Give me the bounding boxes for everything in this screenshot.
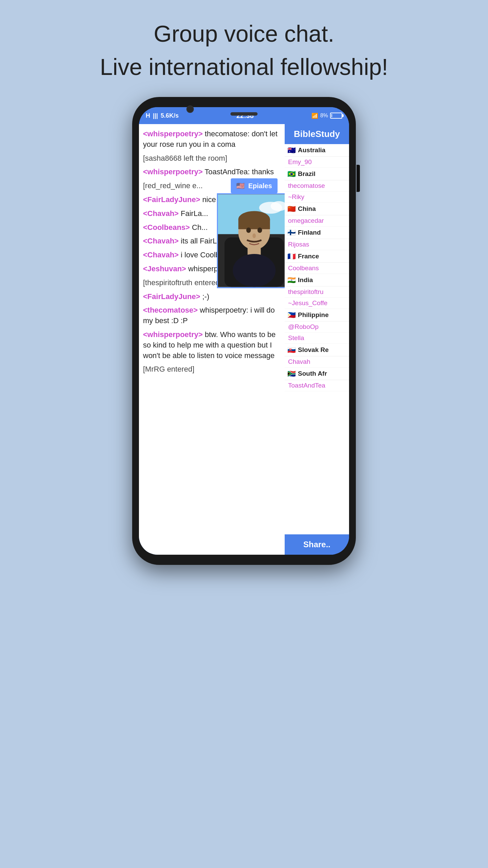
battery-pct-label: 8% bbox=[320, 113, 328, 119]
status-right: 📶 8% bbox=[311, 113, 342, 119]
sidebar-country-china: 🇨🇳 China bbox=[285, 203, 349, 215]
svg-point-8 bbox=[246, 228, 251, 233]
carrier-label: H bbox=[146, 112, 150, 119]
chat-text: ToastAndTea: thanks bbox=[205, 167, 274, 176]
signal-bars-icon: ||| bbox=[153, 112, 158, 119]
sidebar-user-rijosas[interactable]: Rijosas bbox=[285, 239, 349, 250]
country-name: Slovak Re bbox=[298, 346, 329, 354]
sidebar-country-australia: 🇦🇺 Australia bbox=[285, 144, 349, 157]
popup-username: Epiales bbox=[248, 181, 272, 191]
svg-rect-7 bbox=[238, 219, 270, 229]
battery-icon bbox=[330, 113, 342, 119]
sidebar-country-south-africa: 🇿🇦 South Afr bbox=[285, 368, 349, 380]
page-title-line1: Group voice chat. bbox=[100, 20, 388, 47]
chat-main[interactable]: <whisperpoetry> thecomatose: don't let y… bbox=[139, 124, 285, 555]
svg-point-10 bbox=[252, 234, 256, 238]
chat-username: <FairLadyJune> bbox=[143, 292, 200, 301]
country-name: China bbox=[298, 205, 316, 213]
page-title-line2: Live international fellowship! bbox=[100, 54, 388, 80]
country-name: Australia bbox=[298, 146, 325, 154]
sidebar-user-chavah[interactable]: Chavah bbox=[285, 356, 349, 368]
page-title-area: Group voice chat. Live international fel… bbox=[100, 20, 388, 80]
sidebar-user-riky[interactable]: ~Riky bbox=[285, 192, 349, 203]
list-item: [MrRG entered] bbox=[143, 364, 281, 375]
user-popup[interactable]: 🇺🇸 Epiales bbox=[217, 178, 285, 288]
chat-username: <whisperpoetry> bbox=[143, 330, 203, 339]
status-time: 22:38 bbox=[236, 112, 253, 120]
phone-camera bbox=[186, 105, 194, 113]
flag-finland: 🇫🇮 bbox=[287, 229, 296, 237]
sidebar-country-slovakia: 🇸🇰 Slovak Re bbox=[285, 344, 349, 356]
sidebar-country-philippines: 🇵🇭 Philippine bbox=[285, 309, 349, 321]
sidebar-user-roboop[interactable]: @RoboOp bbox=[285, 321, 349, 333]
chat-username: <whisperpoetry> bbox=[143, 167, 203, 176]
chat-username: <Coolbeans> bbox=[143, 223, 190, 232]
sidebar-user-omegacedar[interactable]: omegacedar bbox=[285, 215, 349, 226]
sidebar-user-stella[interactable]: Stella bbox=[285, 333, 349, 344]
flag-india: 🇮🇳 bbox=[287, 276, 296, 284]
chat-container: <whisperpoetry> thecomatose: don't let y… bbox=[139, 124, 349, 555]
country-name: India bbox=[298, 276, 313, 284]
country-name: Philippine bbox=[298, 311, 329, 319]
flag-brazil: 🇧🇷 bbox=[287, 170, 296, 178]
flag-slovakia: 🇸🇰 bbox=[287, 346, 296, 354]
svg-point-9 bbox=[258, 228, 262, 233]
sidebar-country-india: 🇮🇳 India bbox=[285, 274, 349, 287]
chat-system: [red_red_wine e... bbox=[143, 181, 203, 190]
popup-label: 🇺🇸 Epiales bbox=[231, 178, 277, 193]
chat-username: <whisperpoetry> bbox=[143, 130, 203, 138]
status-bar: H ||| 5.6K/s 22:38 📶 8% bbox=[139, 107, 349, 124]
sidebar-section: 🇦🇺 Australia Emy_90 🇧🇷 Brazil thecomatos… bbox=[285, 144, 349, 534]
country-name: South Afr bbox=[298, 370, 327, 377]
chat-system: [MrRG entered] bbox=[143, 365, 195, 373]
country-name: France bbox=[298, 253, 319, 260]
sidebar-country-finland: 🇫🇮 Finland bbox=[285, 226, 349, 239]
chat-username: <Chavah> bbox=[143, 237, 179, 245]
sidebar-title: BibleStudy bbox=[285, 124, 349, 144]
sidebar-user-emy90[interactable]: Emy_90 bbox=[285, 157, 349, 168]
sidebar-country-brazil: 🇧🇷 Brazil bbox=[285, 168, 349, 180]
chat-system: [thespiritoftruth entered] bbox=[143, 278, 222, 287]
list-item: <FairLadyJune> ;-) bbox=[143, 292, 281, 302]
chat-username: <Chavah> bbox=[143, 209, 179, 218]
phone-frame: H ||| 5.6K/s 22:38 📶 8% <whisperpoetry> bbox=[132, 97, 356, 565]
avatar-image bbox=[218, 193, 285, 288]
flag-australia: 🇦🇺 bbox=[287, 146, 296, 154]
list-item: <whisperpoetry> btw. Who wants to be so … bbox=[143, 330, 281, 361]
country-name: Finland bbox=[298, 229, 321, 236]
country-name: Brazil bbox=[298, 170, 316, 178]
chat-username: <Jeshuvan> bbox=[143, 264, 186, 273]
chat-username: <FairLadyJune> bbox=[143, 195, 200, 204]
list-item: <whisperpoetry> ToastAndTea: thanks bbox=[143, 167, 281, 177]
list-item: <whisperpoetry> thecomatose: don't let y… bbox=[143, 129, 281, 150]
chat-text: Ch... bbox=[192, 223, 207, 232]
wifi-icon: 📶 bbox=[311, 113, 318, 119]
svg-point-12 bbox=[233, 254, 276, 287]
list-item: <thecomatose> whisperpoetry: i will do m… bbox=[143, 305, 281, 326]
chat-system: [sasha8668 left the room] bbox=[143, 154, 227, 162]
sidebar-user-thespiritoftru[interactable]: thespiritoftru bbox=[285, 287, 349, 298]
sidebar-country-france: 🇫🇷 France bbox=[285, 250, 349, 263]
flag-philippines: 🇵🇭 bbox=[287, 311, 296, 319]
sidebar-user-coolbeans[interactable]: Coolbeans bbox=[285, 263, 349, 274]
network-speed: 5.6K/s bbox=[161, 112, 179, 119]
popup-photo bbox=[217, 193, 285, 288]
chat-username: <thecomatose> bbox=[143, 306, 198, 314]
list-item: [sasha8668 left the room] bbox=[143, 153, 281, 164]
status-left: H ||| 5.6K/s bbox=[146, 112, 179, 119]
sidebar-user-toastandtea[interactable]: ToastAndTea bbox=[285, 380, 349, 391]
flag-china: 🇨🇳 bbox=[287, 205, 296, 213]
sidebar-user-jesuscoffe[interactable]: ~Jesus_Coffe bbox=[285, 298, 349, 309]
share-button[interactable]: Share.. bbox=[285, 534, 349, 555]
chat-text: FairLa... bbox=[181, 209, 208, 218]
phone-screen: H ||| 5.6K/s 22:38 📶 8% <whisperpoetry> bbox=[139, 107, 349, 555]
chat-text: ;-) bbox=[202, 292, 209, 301]
chat-sidebar: BibleStudy 🇦🇺 Australia Emy_90 🇧🇷 Brazil… bbox=[285, 124, 349, 555]
battery-fill bbox=[331, 114, 332, 117]
popup-flag: 🇺🇸 bbox=[236, 181, 245, 191]
sidebar-user-thecomatose[interactable]: thecomatose bbox=[285, 180, 349, 192]
chat-username: <Chavah> bbox=[143, 251, 179, 259]
flag-france: 🇫🇷 bbox=[287, 252, 296, 260]
flag-south-africa: 🇿🇦 bbox=[287, 370, 296, 378]
